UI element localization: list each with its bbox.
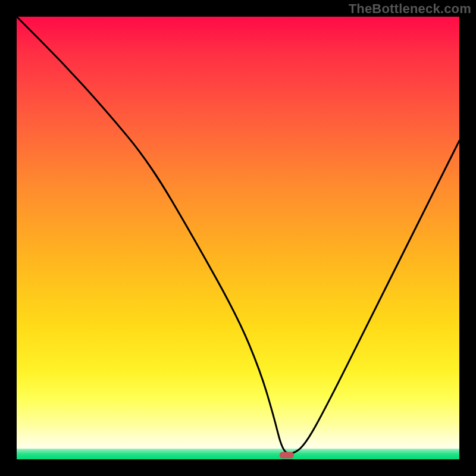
curve-layer <box>17 17 459 459</box>
bottleneck-curve-path <box>17 17 459 453</box>
watermark-label: TheBottleneck.com <box>349 1 471 17</box>
minimum-marker <box>280 452 294 459</box>
plot-area <box>17 17 459 459</box>
chart-frame: TheBottleneck.com <box>0 0 476 476</box>
